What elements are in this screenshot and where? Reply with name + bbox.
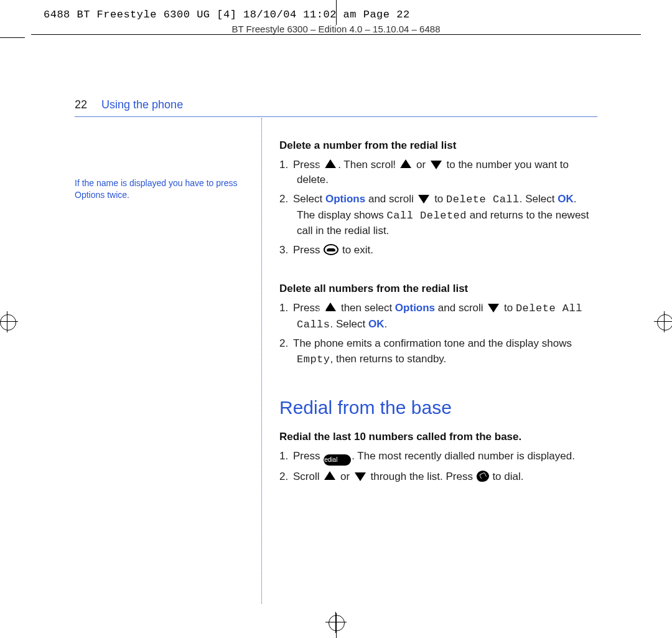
text: Select (293, 193, 325, 205)
heading-redial-base: Redial from the base (279, 394, 597, 421)
text: to (431, 193, 446, 205)
ui-term-ok: OK (368, 318, 385, 330)
redial-up-icon (324, 159, 337, 170)
step: 1.Press then select Options and scroll t… (279, 301, 597, 332)
down-icon (353, 471, 367, 482)
text: then select (338, 302, 395, 314)
step-number: 1. (279, 157, 293, 173)
step-number: 2. (279, 192, 293, 207)
text: . Then scroll (338, 159, 398, 171)
text: to exit. (339, 244, 373, 256)
lcd-text: Empty (297, 354, 330, 365)
text: . (384, 318, 387, 330)
text: . Select (330, 318, 368, 330)
text: . The most recently dialled number is di… (352, 450, 575, 462)
calls-down-icon (429, 159, 443, 170)
subheading-redial-last10: Redial the last 10 numbers called from t… (279, 429, 597, 445)
lcd-text: Call Deleted (387, 210, 467, 222)
ui-term-ok: OK (558, 193, 574, 205)
text: or (337, 471, 353, 482)
text: . Select (520, 193, 558, 205)
dial-icon (477, 471, 489, 482)
text: through the list. Press (368, 471, 476, 482)
ui-term-options: Options (395, 302, 435, 314)
section-title: Using the phone (101, 98, 183, 111)
up-icon (323, 471, 337, 482)
hangup-icon (324, 244, 338, 255)
redial-up-icon (324, 302, 337, 313)
step: 2.The phone emits a confirmation tone an… (279, 336, 597, 367)
step-number: 2. (279, 469, 293, 485)
step-number: 2. (279, 336, 293, 352)
side-note-column: If the name is displayed you have to pre… (75, 118, 261, 604)
text: and scroll (435, 302, 486, 314)
calls-down-icon (417, 193, 431, 204)
main-column: Delete a number from the redial list 1.P… (262, 118, 597, 604)
step-number: 3. (279, 243, 293, 258)
text: Scroll (293, 471, 322, 482)
page-number: 22 (75, 98, 87, 111)
text: Press (293, 450, 323, 462)
step: 2.Select Options and scroll to Delete Ca… (279, 192, 597, 239)
running-header: 22 Using the phone (75, 96, 597, 117)
step-number: 1. (279, 301, 293, 316)
text: and scroll (365, 193, 416, 205)
step: 1.Press Redial. The most recently dialle… (279, 449, 597, 466)
ui-term-options: Options (325, 193, 365, 205)
subheading-delete-all: Delete all numbers from the redial list (279, 281, 597, 297)
text: , then returns to standby. (330, 353, 447, 365)
redial-up-icon (399, 159, 413, 170)
step-number: 1. (279, 449, 293, 464)
step: 2.Scroll or through the list. Press to d… (279, 469, 597, 485)
step: 3.Press to exit. (279, 243, 597, 258)
text: The phone emits a confirmation tone and … (293, 337, 572, 349)
text: to dial. (490, 471, 524, 482)
lcd-text: Delete Call (446, 194, 520, 205)
calls-down-icon (487, 302, 500, 313)
redial-button-icon: Redial (324, 454, 351, 466)
text: to (501, 302, 516, 314)
subheading-delete-one: Delete a number from the redial list (279, 138, 597, 154)
step: 1.Press . Then scroll or to the number y… (279, 157, 597, 188)
print-slug: 6488 BT Freestyle 6300 UG [4] 18/10/04 1… (44, 7, 410, 23)
side-note: If the name is displayed you have to pre… (75, 177, 249, 201)
text: Press (293, 244, 323, 256)
